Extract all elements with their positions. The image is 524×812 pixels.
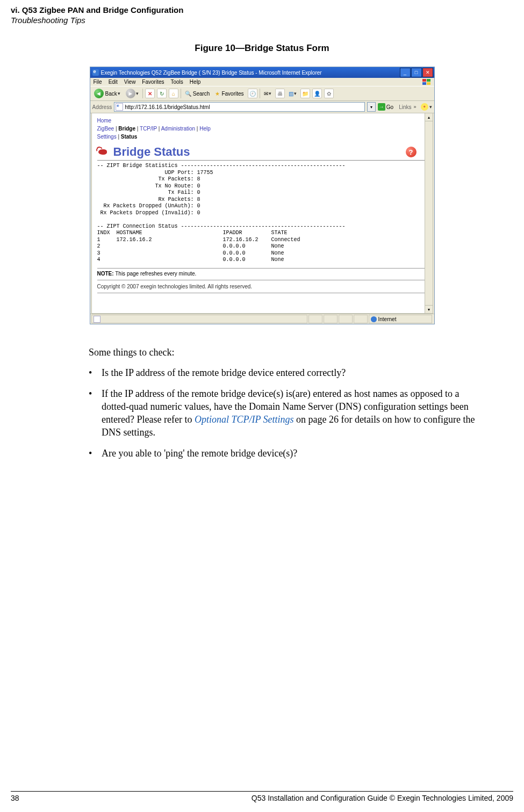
intro-text: Some things to check: xyxy=(89,346,481,359)
footer-text: Q53 Installation and Configuration Guide… xyxy=(32,794,513,802)
crumb-help[interactable]: Help xyxy=(199,126,211,132)
crumb-status[interactable]: Status xyxy=(121,134,138,140)
windows-logo-icon xyxy=(422,79,432,86)
crumb-zigbee[interactable]: ZigBee xyxy=(97,126,114,132)
home-button[interactable]: ⌂ xyxy=(169,89,178,98)
running-header-chapter: vi. Q53 Zigbee PAN and Bridge Configurat… xyxy=(11,5,513,15)
panel-title: Bridge Status xyxy=(97,145,406,159)
screenshot-window: Exegin Technologies Q52 ZigBee Bridge ( … xyxy=(90,67,435,324)
security-icon[interactable]: ⚬ xyxy=(421,103,428,111)
bridge-statistics-output: -- ZIPT Bridge Statistics --------------… xyxy=(97,163,427,264)
discuss-button[interactable]: 📁 xyxy=(300,89,310,98)
forward-button[interactable]: ►▾ xyxy=(124,88,140,99)
mail-button[interactable]: ✉▾ xyxy=(262,90,273,97)
print-button[interactable]: 🖶 xyxy=(275,89,285,98)
menu-edit[interactable]: Edit xyxy=(109,79,118,85)
figure-caption: Figure 10—Bridge Status Form xyxy=(0,43,524,54)
close-button[interactable]: ✕ xyxy=(422,68,433,77)
crumb-admin[interactable]: Administration xyxy=(161,126,195,132)
menu-favorites[interactable]: Favorites xyxy=(142,79,164,85)
scrollbar[interactable]: ▴▾ xyxy=(425,113,433,313)
menu-tools[interactable]: Tools xyxy=(170,79,183,85)
window-title: Exegin Technologies Q52 ZigBee Bridge ( … xyxy=(101,70,400,76)
bullet-1: Is the IP address of the remote bridge d… xyxy=(102,366,346,379)
messenger-button[interactable]: 👤 xyxy=(312,89,322,98)
page-number: 38 xyxy=(11,794,32,802)
menu-help[interactable]: Help xyxy=(190,79,201,85)
links-label[interactable]: Links xyxy=(399,104,411,110)
stop-button[interactable]: ✕ xyxy=(145,89,155,98)
address-dropdown[interactable]: ▾ xyxy=(367,102,376,112)
back-button[interactable]: ◄Back▾ xyxy=(92,88,122,99)
maximize-button[interactable]: □ xyxy=(411,68,422,77)
logo-icon xyxy=(97,147,109,157)
refresh-button[interactable]: ↻ xyxy=(157,89,167,98)
history-button[interactable]: 🕘 xyxy=(248,89,257,98)
toolbar: ◄Back▾ ►▾ ✕ ↻ ⌂ 🔍Search ★Favorites 🕘 ✉▾ … xyxy=(90,86,434,101)
crumb-home[interactable]: Home xyxy=(97,118,112,124)
address-input[interactable]: http://172.16.16.1/bridgeStatus.html xyxy=(114,102,365,112)
page-footer: 38 Q53 Installation and Configuration Gu… xyxy=(11,791,513,802)
globe-icon xyxy=(371,316,377,322)
status-bar: Internet xyxy=(90,314,434,324)
edit-button[interactable]: ▧▾ xyxy=(287,90,298,97)
ie-icon xyxy=(92,69,99,76)
favorites-button[interactable]: ★Favorites xyxy=(213,90,245,97)
window-titlebar: Exegin Technologies Q52 ZigBee Bridge ( … xyxy=(90,67,434,78)
help-icon[interactable]: ? xyxy=(406,147,417,157)
crumb-tcpip[interactable]: TCP/IP xyxy=(140,126,157,132)
menu-bar: File Edit View Favorites Tools Help xyxy=(90,78,434,86)
menu-view[interactable]: View xyxy=(124,79,136,85)
bullet-2: If the IP address of the remote bridge d… xyxy=(102,387,481,439)
status-page-icon xyxy=(94,316,101,323)
links-chevron-icon[interactable]: » xyxy=(413,104,416,110)
status-zone: Internet xyxy=(378,316,397,322)
search-button[interactable]: 🔍Search xyxy=(183,90,212,97)
crumb-settings[interactable]: Settings xyxy=(97,134,117,140)
copyright-text: Copyright © 2007 exegin technologies lim… xyxy=(97,284,427,289)
page-content: ▴▾ Home ZigBee | Bridge | TCP/IP | Admin… xyxy=(91,113,433,314)
minimize-button[interactable]: _ xyxy=(400,68,411,77)
bullet-3: Are you able to 'ping' the remote bridge… xyxy=(102,447,297,460)
refresh-note: NOTE: This page refreshes every minute. xyxy=(97,271,427,277)
go-button[interactable]: →Go xyxy=(378,103,393,111)
link-optional-tcpip[interactable]: Optional TCP/IP Settings xyxy=(195,414,294,425)
address-label: Address xyxy=(92,104,112,110)
extra-button[interactable]: ✿ xyxy=(324,89,334,98)
menu-file[interactable]: File xyxy=(94,79,102,85)
running-header-section: Troubleshooting Tips xyxy=(11,16,513,25)
crumb-bridge[interactable]: Bridge xyxy=(118,126,135,132)
address-bar: Address http://172.16.16.1/bridgeStatus.… xyxy=(90,101,434,113)
page-icon xyxy=(116,103,123,111)
